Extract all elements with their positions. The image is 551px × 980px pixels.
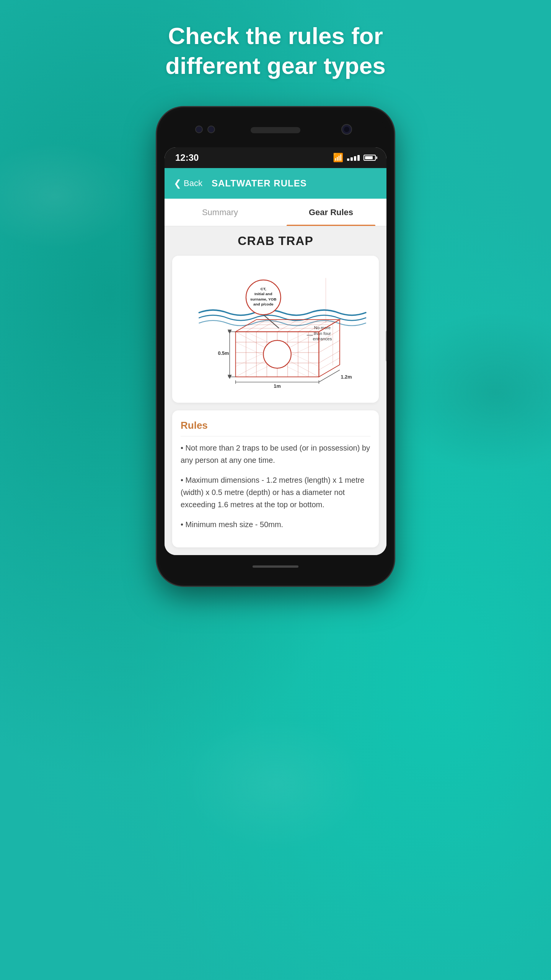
phone-device: 12:30 📶 ❮ B [157, 107, 394, 586]
svg-text:Initial and: Initial and [254, 292, 272, 296]
svg-text:and p/code: and p/code [253, 302, 274, 307]
headline-line1: Check the rules for [168, 23, 383, 49]
phone-camera-lens [344, 127, 349, 132]
wifi-icon: 📶 [333, 153, 343, 163]
crab-trap-svg: CT, Initial and surname, YOB and p/code … [178, 265, 373, 395]
rule-item-3: • Minimum mesh size - 50mm. [181, 518, 370, 531]
headline: Check the rules for different gear types [0, 21, 551, 80]
signal-bar-1 [347, 158, 349, 161]
tab-gear-rules[interactable]: Gear Rules [276, 199, 386, 226]
svg-line-38 [319, 351, 339, 363]
phone-camera [341, 124, 352, 135]
phone-top-bezel [165, 115, 386, 147]
rules-heading: Rules [181, 420, 370, 436]
back-button[interactable]: ❮ Back [174, 178, 202, 189]
back-chevron-icon: ❮ [174, 178, 181, 189]
front-camera-dot1 [195, 126, 203, 133]
svg-text:1.2m: 1.2m [341, 374, 352, 380]
signal-bar-3 [354, 156, 356, 161]
tab-summary-label: Summary [202, 207, 238, 217]
rules-text: • Not more than 2 traps to be used (or i… [181, 442, 370, 531]
svg-text:entrances: entrances [313, 336, 332, 341]
svg-text:surname, YOB: surname, YOB [250, 297, 277, 301]
svg-line-51 [319, 370, 339, 382]
headline-line2: different gear types [165, 52, 385, 79]
status-icons: 📶 [333, 153, 376, 163]
phone-bottom-bezel [165, 555, 386, 578]
phone-outer-shell: 12:30 📶 ❮ B [157, 107, 394, 586]
crab-trap-diagram: CT, Initial and surname, YOB and p/code … [178, 265, 373, 395]
battery-fill [365, 156, 373, 159]
battery-icon [364, 155, 376, 161]
scrollbar[interactable] [386, 331, 386, 361]
home-indicator [253, 565, 298, 568]
signal-bar-2 [350, 157, 353, 161]
svg-line-39 [319, 358, 339, 370]
svg-text:1m: 1m [274, 384, 280, 389]
app-header: ❮ Back SALTWATER RULES [165, 168, 386, 199]
svg-text:CT,: CT, [261, 287, 266, 291]
tab-gear-rules-label: Gear Rules [309, 207, 353, 217]
svg-line-37 [319, 340, 339, 353]
front-camera-dot2 [207, 126, 215, 133]
front-cameras [195, 126, 215, 133]
svg-text:0.5m: 0.5m [218, 351, 229, 356]
status-time: 12:30 [175, 152, 199, 163]
rule-item-1: • Not more than 2 traps to be used (or i… [181, 442, 370, 466]
phone-speaker [251, 127, 300, 133]
rules-card: Rules • Not more than 2 traps to be used… [172, 410, 379, 547]
content-area: CRAB TRAP CT, Initial a [165, 226, 386, 555]
rule-item-2: • Maximum dimensions - 1.2 metres (lengt… [181, 474, 370, 511]
tabs-bar: Summary Gear Rules [165, 199, 386, 226]
gear-title: CRAB TRAP [172, 234, 379, 248]
signal-bars [347, 155, 360, 161]
app-title: SALTWATER RULES [212, 178, 307, 189]
diagram-card: CT, Initial and surname, YOB and p/code … [172, 256, 379, 403]
signal-bar-4 [357, 155, 360, 161]
phone-screen: 12:30 📶 ❮ B [165, 147, 386, 555]
status-bar: 12:30 📶 [165, 147, 386, 168]
back-label: Back [184, 178, 202, 188]
svg-line-27 [246, 320, 267, 332]
svg-point-42 [263, 340, 291, 368]
tab-summary[interactable]: Summary [165, 199, 276, 226]
